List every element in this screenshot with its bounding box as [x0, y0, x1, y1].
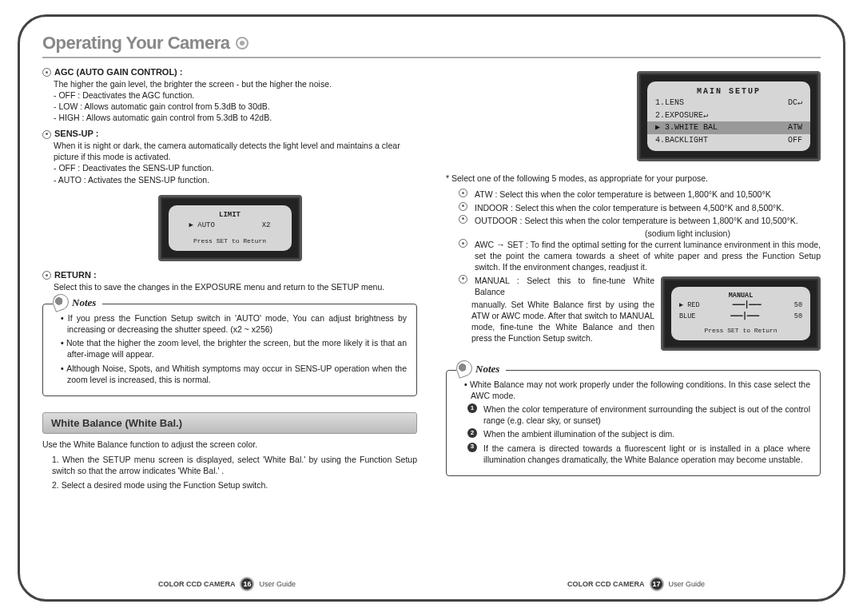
bullet-icon — [459, 215, 467, 224]
number-badge-2: 2 — [467, 428, 477, 438]
title-bullet-icon — [236, 37, 249, 50]
bullet-icon — [459, 239, 467, 248]
notes-list: If you press the Function Setup switch i… — [53, 312, 407, 385]
notes-label: Notes — [456, 362, 506, 376]
osd-row-backlight: 4.BACKLIGHTOFF — [654, 134, 804, 147]
main-setup-osd-inner: MAIN SETUP 1.LENSDC↵ 2.EXPOSURE↵ ▶ 3.WHI… — [647, 81, 810, 152]
mode-outdoor: OUTDOOR : Select this when the color tem… — [459, 215, 821, 226]
manual-page-frame: Operating Your Camera AGC (AUTO GAIN CON… — [18, 14, 845, 602]
page-title: Operating Your Camera — [42, 31, 229, 55]
manual-osd-footer: Press SET to Return — [678, 327, 804, 336]
notes-list-right: White Balance may not work properly unde… — [456, 379, 810, 401]
manual-osd-blue: BLUE━━━┃━━━50 — [678, 312, 804, 322]
agc-head: AGC (AUTO GAIN CONTROL) : — [42, 66, 417, 78]
page-footer: COLOR CCD CAMERA 16 User Guide COLOR CCD… — [42, 577, 821, 591]
osd-row-whitebal-selected: ▶ 3.WHITE BALATW — [647, 121, 810, 134]
number-badge-1: 1 — [467, 403, 477, 413]
note-item: Note that the higher the zoom level, the… — [61, 337, 407, 360]
right-column: MAIN SETUP 1.LENSDC↵ 2.EXPOSURE↵ ▶ 3.WHI… — [441, 66, 821, 569]
notes-sublist: 1When the color temperature of environme… — [456, 403, 810, 465]
outdoor-sub: (sodium light inclusion) — [459, 228, 821, 239]
page-number-right: 17 — [650, 577, 664, 591]
limit-osd-footer: Press SET to Return — [175, 237, 285, 246]
note-item: Although Noise, Spots, and Whitish sympt… — [61, 363, 407, 385]
mode-atw: ATW : Select this when the color tempera… — [459, 189, 821, 200]
note-sub-3: 3If the camera is directed towards a flu… — [464, 443, 810, 465]
main-setup-title: MAIN SETUP — [654, 86, 804, 97]
osd-row-lens: 1.LENSDC↵ — [654, 97, 804, 109]
bullet-icon — [42, 130, 51, 139]
sensup-opt-auto: - AUTO : Activates the SENS-UP function. — [54, 174, 417, 185]
footer-right: COLOR CCD CAMERA 17 User Guide — [567, 577, 705, 591]
limit-osd-row: ▶ AUTO X2 — [175, 220, 285, 231]
footer-guide: User Guide — [669, 579, 706, 589]
sensup-head: SENS-UP : — [42, 128, 417, 140]
bullet-icon — [459, 202, 467, 211]
footer-product: COLOR CCD CAMERA — [158, 579, 236, 589]
agc-desc: The higher the gain level, the brighter … — [54, 78, 417, 89]
manual-osd-inner: MANUAL ▶ RED━━━┃━━━50 BLUE━━━┃━━━50 Pres… — [671, 287, 810, 340]
sensup-opt-off: - OFF : Deactivates the SENS-UP function… — [54, 162, 417, 173]
agc-opt-high: - HIGH : Allows automatic gain control f… — [54, 112, 417, 123]
footer-guide: User Guide — [259, 579, 296, 589]
limit-osd-inner: LIMIT ▶ AUTO X2 Press SET to Return — [169, 205, 292, 251]
sensup-desc: When it is night or dark, the camera aut… — [54, 140, 417, 162]
wb-modes-list: ATW : Select this when the color tempera… — [446, 189, 821, 355]
limit-osd-screen: LIMIT ▶ AUTO X2 Press SET to Return — [158, 195, 302, 261]
wb-step-1: 1. When the SETUP menu screen is display… — [42, 454, 417, 476]
note-sub-1: 1When the color temperature of environme… — [464, 403, 810, 426]
osd-row-exposure: 2.EXPOSURE↵ — [654, 109, 804, 122]
mode-indoor: INDOOR : Select this when the color temp… — [459, 202, 821, 213]
wb-intro: Use the White Balance function to adjust… — [42, 439, 417, 450]
white-balance-section-header: White Balance (White Bal.) — [42, 412, 417, 435]
return-block: RETURN : Select this to save the changes… — [42, 269, 417, 292]
limit-osd-title: LIMIT — [175, 210, 285, 220]
left-column: AGC (AUTO GAIN CONTROL) : The higher the… — [42, 66, 422, 569]
agc-opt-low: - LOW : Allows automatic gain control fr… — [54, 101, 417, 112]
number-badge-3: 3 — [467, 443, 477, 452]
bullet-icon — [459, 275, 467, 284]
return-head: RETURN : — [42, 269, 417, 281]
manual-osd-screen: MANUAL ▶ RED━━━┃━━━50 BLUE━━━┃━━━50 Pres… — [661, 276, 821, 351]
notes-box-left: Notes If you press the Function Setup sw… — [42, 304, 417, 396]
main-setup-osd: MAIN SETUP 1.LENSDC↵ 2.EXPOSURE↵ ▶ 3.WHI… — [637, 71, 821, 162]
notes-label: Notes — [53, 296, 102, 310]
mode-manual-wrap: MANUAL ▶ RED━━━┃━━━50 BLUE━━━┃━━━50 Pres… — [459, 275, 821, 356]
note-intro: White Balance may not work properly unde… — [464, 379, 810, 401]
page-number-left: 16 — [240, 577, 254, 591]
note-item: If you press the Function Setup switch i… — [61, 312, 407, 335]
content-columns: AGC (AUTO GAIN CONTROL) : The higher the… — [42, 66, 821, 569]
bullet-icon — [42, 271, 51, 280]
footer-product: COLOR CCD CAMERA — [567, 579, 645, 589]
mode-manual-head: MANUAL : Select this to fine-tune White … — [459, 275, 654, 297]
wb-step-2: 2. Select a desired mode using the Funct… — [42, 479, 417, 491]
bullet-icon — [459, 189, 467, 197]
title-row: Operating Your Camera — [42, 31, 821, 58]
footer-left: COLOR CCD CAMERA 16 User Guide — [158, 577, 296, 591]
note-sub-2: 2When the ambient illumination of the su… — [464, 428, 810, 439]
agc-block: AGC (AUTO GAIN CONTROL) : The higher the… — [42, 66, 417, 124]
agc-opt-off: - OFF : Deactivates the AGC function. — [54, 89, 417, 101]
manual-osd-red: ▶ RED━━━┃━━━50 — [678, 300, 804, 311]
notes-box-right: Notes White Balance may not work properl… — [446, 370, 821, 476]
mode-awc-set: AWC → SET : To find the optimal setting … — [459, 239, 821, 273]
modes-intro: * Select one of the following 5 modes, a… — [446, 173, 821, 184]
manual-osd-title: MANUAL — [678, 292, 804, 300]
bullet-icon — [42, 68, 51, 77]
sensup-block: SENS-UP : When it is night or dark, the … — [42, 128, 417, 185]
return-desc: Select this to save the changes in the E… — [54, 281, 417, 292]
